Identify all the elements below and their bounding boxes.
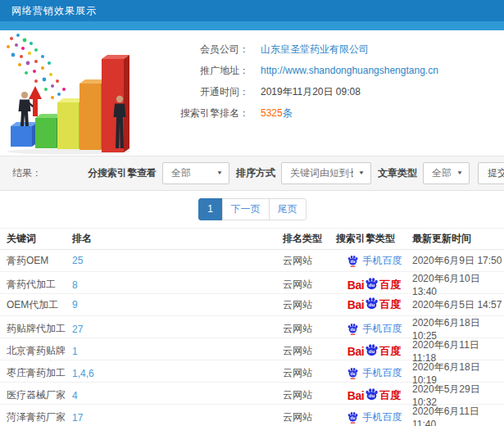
rank-type-cell: 云网站 — [283, 254, 336, 268]
rank-type-cell: 云网站 — [283, 388, 336, 402]
keyword-cell: 药贴牌代加工 — [7, 322, 72, 336]
submit-button[interactable]: 提交 — [478, 162, 504, 184]
mobile-baidu-logo: du 手机百度 — [347, 322, 402, 336]
article-type-select[interactable]: 全部 ▼ — [423, 162, 470, 184]
engine-cell: Bai du 百度 — [336, 388, 412, 403]
baidu-logo: Bai du 百度 — [347, 344, 401, 359]
rank-link[interactable]: 9 — [72, 299, 78, 310]
company-name-link[interactable]: 山东皇圣堂药业有限公司 — [261, 43, 369, 57]
keyword-cell: 医疗器械厂家 — [7, 388, 72, 402]
rank-link[interactable]: 1 — [72, 346, 78, 357]
info-section: 会员公司： 山东皇圣堂药业有限公司 推广地址： http://www.shand… — [0, 30, 504, 156]
rank-cell: 17 — [72, 412, 283, 424]
rank-link[interactable]: 27 — [72, 324, 83, 335]
svg-text:du: du — [350, 260, 355, 264]
engine-cell: Bai du 百度 — [336, 366, 412, 380]
pagination: 1 下一页 尾页 — [198, 198, 306, 220]
promotion-url-label: 推广地址： — [152, 64, 249, 78]
sort-order-select[interactable]: 关键词由短到长排序 ▼ — [281, 162, 371, 184]
keyword-cell: 枣庄膏药加工 — [7, 366, 72, 380]
mobile-baidu-logo: du 手机百度 — [347, 366, 402, 380]
keyword-cell: 膏药OEM — [7, 254, 72, 268]
mobile-baidu-paw-icon: du — [347, 411, 359, 424]
engine-cell: Bai du 百度 — [336, 297, 412, 312]
filter-controls: 分搜索引擎查看 全部 ▼ 排序方式 关键词由短到长排序 ▼ 文章类型 全部 ▼ … — [81, 162, 504, 184]
rank-cell: 27 — [72, 324, 283, 335]
keyword-cell: 菏泽膏药厂家 — [7, 410, 72, 424]
header-keyword: 关键词 — [7, 232, 72, 246]
rank-cell: 1,4,6 — [72, 368, 283, 379]
rank-link[interactable]: 4 — [72, 390, 78, 401]
header-strip — [0, 21, 504, 30]
engine-cell: Bai du 百度 — [336, 254, 412, 268]
info-row-ranking-count: 搜索引擎排名： 5325条 — [152, 102, 504, 124]
page: 网络营销效果展示 — [0, 0, 504, 426]
table-row: 医疗器械厂家 4 云网站 Bai du 百度 — [0, 383, 504, 405]
bar-chart-growth-image — [0, 30, 152, 156]
keyword-cell: 北京膏药贴牌 — [7, 344, 72, 358]
last-page-button[interactable]: 尾页 — [269, 198, 306, 220]
promotion-url-link[interactable]: http://www.shandonghuangshengtang.cn — [261, 65, 438, 76]
keyword-ranking-table: 关键词 排名 排名类型 搜索引擎类型 最新更新时间 膏药OEM 25 云网站 B… — [0, 228, 504, 426]
info-row-company: 会员公司： 山东皇圣堂药业有限公司 — [152, 39, 504, 60]
open-time-value: 2019年11月20日 09:08 — [261, 85, 361, 99]
table-row: 菏泽膏药厂家 17 云网站 Bai du 百度 — [0, 405, 504, 426]
rank-cell: 1 — [72, 346, 283, 357]
rank-cell: 8 — [72, 279, 283, 291]
next-page-button[interactable]: 下一页 — [222, 198, 270, 220]
mobile-baidu-paw-icon: du — [347, 323, 359, 335]
engine-filter-select[interactable]: 全部 ▼ — [162, 162, 229, 184]
ranking-count-value: 5325条 — [261, 106, 293, 120]
rank-link[interactable]: 17 — [72, 412, 83, 424]
baidu-logo: Bai du 百度 — [347, 297, 401, 312]
table-row: OEM代加工 9 云网站 Bai du 百度 — [0, 294, 504, 316]
header-bar: 网络营销效果展示 — [0, 0, 504, 21]
rank-type-cell: 云网站 — [283, 298, 336, 312]
rank-type-cell: 云网站 — [283, 410, 336, 424]
header-rank: 排名 — [72, 232, 283, 246]
mobile-baidu-logo: du 手机百度 — [347, 254, 402, 268]
table-body: 膏药OEM 25 云网站 Bai du 百度 — [0, 250, 504, 426]
ranking-count-number: 5325 — [261, 107, 283, 119]
header-updated: 最新更新时间 — [412, 232, 504, 246]
chevron-down-icon: ▼ — [216, 170, 223, 176]
pagination-wrap: 1 下一页 尾页 — [0, 191, 504, 228]
rank-link[interactable]: 25 — [72, 255, 83, 266]
chevron-down-icon: ▼ — [358, 170, 365, 176]
rank-cell: 4 — [72, 390, 283, 401]
updated-cell: 2020年6月10日 13:40 — [412, 272, 504, 297]
filter-bar: 结果： 分搜索引擎查看 全部 ▼ 排序方式 关键词由短到长排序 ▼ 文章类型 全… — [0, 156, 504, 191]
table-row: 药贴牌代加工 27 云网站 Bai du 百度 — [0, 316, 504, 338]
engine-filter-label: 分搜索引擎查看 — [88, 166, 157, 180]
rank-type-cell: 云网站 — [283, 322, 336, 336]
result-label: 结果： — [12, 166, 42, 180]
baidu-paw-icon: du — [365, 387, 379, 401]
table-header-row: 关键词 排名 排名类型 搜索引擎类型 最新更新时间 — [0, 228, 504, 250]
keyword-cell: OEM代加工 — [7, 298, 72, 312]
up-arrow-icon — [29, 86, 42, 116]
rank-link[interactable]: 1,4,6 — [72, 368, 94, 379]
ranking-count-label: 搜索引擎排名： — [152, 106, 249, 120]
info-row-open-time: 开通时间： 2019年11月20日 09:08 — [152, 81, 504, 102]
article-type-label: 文章类型 — [378, 166, 417, 180]
baidu-logo: Bai du 百度 — [347, 388, 401, 403]
updated-cell: 2020年6月11日 11:40 — [412, 405, 504, 426]
engine-cell: Bai du 百度 — [336, 344, 412, 359]
info-row-url: 推广地址： http://www.shandonghuangshengtang.… — [152, 60, 504, 81]
header-rank-type: 排名类型 — [283, 232, 336, 246]
mobile-baidu-paw-icon: du — [347, 367, 359, 379]
chevron-down-icon: ▼ — [456, 170, 463, 176]
ranking-count-suffix: 条 — [283, 107, 293, 119]
page-1-button[interactable]: 1 — [198, 198, 223, 220]
header-engine-type: 搜索引擎类型 — [336, 232, 412, 246]
rank-cell: 9 — [72, 299, 283, 310]
table-row: 枣庄膏药加工 1,4,6 云网站 Bai du 百度 — [0, 360, 504, 383]
svg-text:du: du — [350, 328, 355, 332]
sort-order-label: 排序方式 — [236, 166, 275, 180]
rank-type-cell: 云网站 — [283, 344, 336, 358]
rank-link[interactable]: 8 — [72, 279, 78, 291]
company-info: 会员公司： 山东皇圣堂药业有限公司 推广地址： http://www.shand… — [152, 30, 504, 156]
baidu-paw-icon: du — [365, 343, 379, 357]
company-label: 会员公司： — [152, 43, 249, 57]
table-row: 北京膏药贴牌 1 云网站 Bai du 百度 — [0, 338, 504, 360]
